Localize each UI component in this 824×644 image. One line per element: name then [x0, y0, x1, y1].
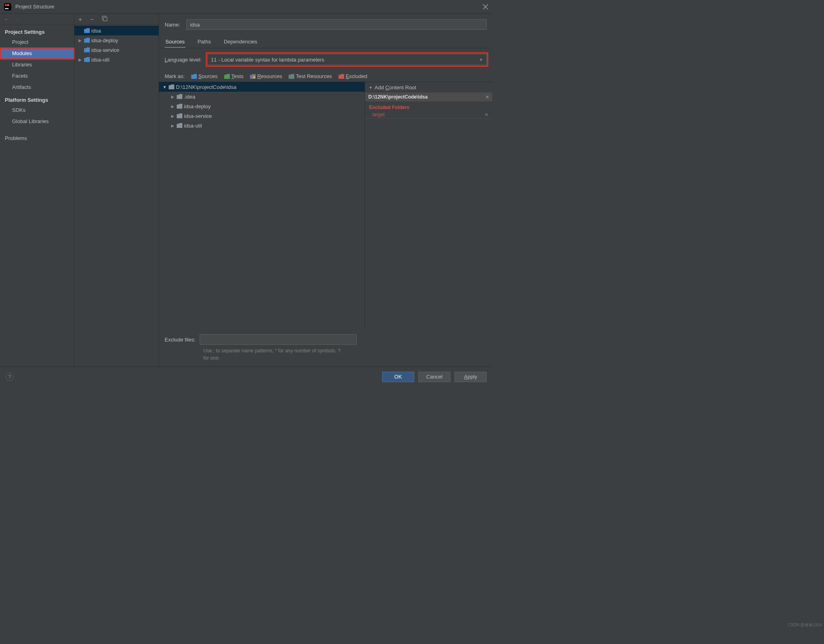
folder-icon	[169, 84, 174, 89]
svg-rect-5	[103, 17, 107, 21]
module-idsa-service[interactable]: idsa-service	[74, 45, 159, 55]
folder-test-resources-icon	[289, 74, 294, 79]
module-idsa[interactable]: idsa	[74, 26, 159, 35]
module-label: idsa	[91, 28, 101, 34]
content-root-label: D:\12NK\projectCode\idsa	[368, 94, 427, 100]
tree-expand-icon[interactable]: ▶	[170, 123, 175, 128]
content-root-path[interactable]: D:\12NK\projectCode\idsa ✕	[365, 93, 492, 101]
footer: ? OK Cancel Apply	[0, 366, 492, 387]
tree-collapse-icon[interactable]: ▼	[162, 85, 167, 89]
tree-expand-icon[interactable]: ▶	[170, 104, 175, 109]
add-module-icon[interactable]: +	[78, 16, 82, 23]
tree-item-idsa-deploy[interactable]: ▶idsa-deploy	[159, 101, 365, 111]
language-level-row: Language level: 11 - Local variable synt…	[159, 48, 492, 71]
tab-sources[interactable]: Sources	[165, 36, 186, 48]
module-tree: idsa ▶ idsa-deploy idsa-service ▶ idsa-u…	[74, 25, 159, 366]
sidebar-item-sdks[interactable]: SDKs	[0, 105, 74, 116]
excluded-folders-header: Excluded Folders	[365, 101, 492, 111]
sidebar-item-artifacts[interactable]: Artifacts	[0, 82, 74, 93]
app-logo-icon	[4, 3, 11, 10]
cancel-button[interactable]: Cancel	[418, 372, 450, 382]
project-structure-window: Project Structure ← → Project Settings P…	[0, 0, 492, 387]
language-level-highlight: 11 - Local variable syntax for lambda pa…	[207, 54, 487, 65]
tree-root[interactable]: ▼ D:\12NK\projectCode\idsa	[159, 82, 365, 92]
module-idsa-util[interactable]: ▶ idsa-util	[74, 55, 159, 64]
tree-expand-icon[interactable]: ▶	[170, 114, 175, 118]
content-right-panel: + Add Content Root D:\12NK\projectCode\i…	[365, 82, 492, 329]
exclude-files-section: Exclude files: Use ; to separate name pa…	[159, 329, 492, 366]
language-level-value: 11 - Local variable syntax for lambda pa…	[211, 57, 324, 63]
module-folder-icon	[84, 28, 90, 33]
forward-icon: →	[14, 16, 20, 23]
svg-rect-6	[253, 76, 255, 78]
apply-button[interactable]: Apply	[454, 372, 487, 382]
tree-item-idsa-util[interactable]: ▶idsa-util	[159, 121, 365, 130]
tab-dependencies[interactable]: Dependencies	[223, 36, 258, 48]
tree-item-label: idsa-service	[184, 113, 212, 119]
folder-green-icon	[224, 74, 230, 79]
close-icon[interactable]	[483, 4, 488, 10]
mark-test-resources[interactable]: Test Resources	[289, 73, 332, 79]
modules-column: + − idsa ▶ idsa-deploy idsa-s	[74, 14, 159, 366]
tree-expand-icon[interactable]: ▶	[78, 38, 83, 43]
window-title: Project Structure	[15, 4, 483, 10]
language-level-select[interactable]: 11 - Local variable syntax for lambda pa…	[207, 54, 487, 65]
content-split: ▼ D:\12NK\projectCode\idsa ▶.idea ▶idsa-…	[159, 82, 492, 329]
tree-root-label: D:\12NK\projectCode\idsa	[176, 84, 236, 90]
body: ← → Project Settings Project Modules Lib…	[0, 14, 492, 366]
tree-expand-icon[interactable]: ▶	[170, 95, 175, 99]
help-icon[interactable]: ?	[6, 373, 14, 381]
name-row: Name:	[159, 19, 492, 36]
titlebar: Project Structure	[0, 0, 492, 14]
mark-excluded[interactable]: Excluded	[339, 73, 367, 79]
tree-item-idsa-service[interactable]: ▶idsa-service	[159, 111, 365, 121]
section-platform-settings: Platform Settings	[0, 93, 74, 105]
ok-button[interactable]: OK	[382, 372, 414, 382]
section-project-settings: Project Settings	[0, 25, 74, 37]
module-idsa-deploy[interactable]: ▶ idsa-deploy	[74, 35, 159, 45]
tree-item-label: idsa-util	[184, 123, 202, 129]
tabs: Sources Paths Dependencies	[159, 36, 492, 48]
back-icon[interactable]: ←	[4, 16, 10, 23]
remove-content-root-icon[interactable]: ✕	[485, 95, 489, 100]
folder-icon	[177, 113, 182, 118]
tree-item-label: .idea	[184, 94, 195, 100]
module-name-input[interactable]	[186, 19, 487, 30]
svg-rect-2	[7, 4, 9, 6]
module-label: idsa-util	[91, 57, 109, 63]
copy-module-icon[interactable]	[102, 16, 107, 23]
name-label: Name:	[165, 22, 180, 28]
tree-expand-icon[interactable]: ▶	[78, 58, 83, 62]
sidebar-item-modules[interactable]: Modules	[0, 48, 74, 59]
svg-rect-3	[5, 8, 8, 9]
remove-excluded-icon[interactable]: ✕	[485, 112, 488, 117]
sidebar-item-global-libraries[interactable]: Global Libraries	[0, 116, 74, 127]
remove-module-icon[interactable]: −	[90, 16, 94, 23]
sidebar-item-problems[interactable]: Problems	[0, 133, 74, 144]
sidebar-item-libraries[interactable]: Libraries	[0, 59, 74, 70]
mark-resources[interactable]: Resources	[250, 73, 282, 79]
mark-as-row: Mark as: Sources Tests Resources Test Re…	[159, 71, 492, 82]
module-label: idsa-service	[91, 47, 119, 53]
add-content-root-button[interactable]: + Add Content Root	[365, 82, 492, 93]
add-content-root-label: Add Content Root	[375, 84, 416, 91]
mark-as-label: Mark as:	[165, 73, 185, 79]
folder-icon	[177, 94, 182, 99]
tree-item-idea[interactable]: ▶.idea	[159, 92, 365, 101]
excluded-folder-item[interactable]: target ✕	[365, 111, 492, 119]
file-tree: ▼ D:\12NK\projectCode\idsa ▶.idea ▶idsa-…	[159, 82, 365, 329]
sidebar: ← → Project Settings Project Modules Lib…	[0, 14, 74, 366]
tab-paths[interactable]: Paths	[197, 36, 212, 48]
exclude-files-input[interactable]	[200, 334, 357, 345]
mark-tests[interactable]: Tests	[224, 73, 244, 79]
main-panel: Name: Sources Paths Dependencies Languag…	[159, 14, 492, 366]
mark-sources[interactable]: Sources	[191, 73, 218, 79]
chevron-down-icon: ▼	[479, 58, 483, 62]
module-folder-icon	[84, 38, 90, 43]
sidebar-item-facets[interactable]: Facets	[0, 70, 74, 82]
folder-excluded-icon	[339, 74, 344, 79]
sidebar-item-project[interactable]: Project	[0, 37, 74, 48]
plus-icon: +	[369, 84, 372, 91]
svg-rect-1	[5, 4, 7, 6]
language-level-label: Language level:	[165, 57, 202, 63]
